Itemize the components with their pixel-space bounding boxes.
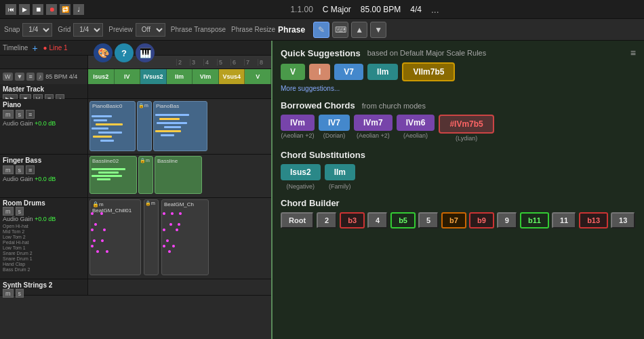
- qs-chip-V7[interactable]: V7: [334, 64, 363, 80]
- bass-mute-btn[interactable]: m: [3, 165, 14, 174]
- quick-suggestions-header: Quick Suggestions based on Default Major…: [281, 47, 636, 58]
- chord-cell-2[interactable]: IVsus2: [140, 69, 167, 84]
- stop-btn[interactable]: ⏹: [33, 4, 43, 15]
- drums-mute-btn[interactable]: m: [3, 207, 14, 216]
- ruler-mark-6: 6: [230, 59, 244, 66]
- chord-icon-w[interactable]: W: [3, 73, 13, 81]
- builder-2[interactable]: 2: [317, 212, 337, 228]
- bass-clip-1[interactable]: Bassline02: [89, 156, 137, 194]
- drums-track-header: Room Drums m s Audio Gain +0.0 dB Open H…: [0, 198, 88, 279]
- metronome-btn[interactable]: ♩: [73, 4, 84, 15]
- chord-icon-v[interactable]: ▼: [15, 73, 25, 81]
- chord-icon-e[interactable]: ≡: [26, 73, 34, 81]
- bc-wrap-IV7: IV7 (Dorian): [319, 115, 350, 142]
- record-btn[interactable]: ⏺: [46, 4, 57, 15]
- bc-sub-IVm: (Aeolian +2): [281, 132, 315, 139]
- play-btn[interactable]: ▶: [19, 4, 30, 15]
- bc-chip-IVm6[interactable]: IVm6: [397, 115, 435, 131]
- qs-chip-IIm[interactable]: IIm: [367, 64, 398, 80]
- chord-icon-note[interactable]: ♪: [37, 73, 44, 81]
- chord-track: W ▼ ≡ ♪ 85 BPM 4/4 Isus2 IV IVsus2 IIm V…: [0, 69, 271, 84]
- drums-solo-btn[interactable]: s: [16, 207, 24, 216]
- piano-clip-1[interactable]: PianoBasic0: [89, 101, 136, 151]
- piano-clip-3[interactable]: PianoBas: [153, 101, 207, 151]
- synth-mute-btn[interactable]: m: [3, 289, 14, 298]
- builder-5[interactable]: 5: [418, 212, 439, 228]
- snap-select[interactable]: 1/41/81/2: [22, 23, 52, 37]
- master-track-header: Master Track ▶▶ ▼ V ≡ ♪: [0, 84, 88, 98]
- synth-track-content[interactable]: [88, 279, 271, 295]
- bc-chip-IV7[interactable]: IV7: [319, 115, 350, 131]
- builder-4[interactable]: 4: [367, 212, 388, 228]
- loop-btn[interactable]: 🔁: [60, 4, 71, 15]
- grid-group: Grid 1/41/8: [58, 23, 103, 37]
- more-suggestions-link[interactable]: More suggestions...: [281, 85, 340, 92]
- borrowed-chords-section: Borrowed Chords from church modes IVm (A…: [281, 100, 636, 142]
- chord-cell-1[interactable]: IV: [115, 69, 141, 84]
- up-btn[interactable]: ▲: [351, 22, 367, 38]
- chord-cell-3[interactable]: IIm: [167, 69, 193, 84]
- synth-track-name: Synth Strings 2: [3, 281, 85, 289]
- piano-clip-2[interactable]: 🔒m: [137, 101, 152, 151]
- bass-clip-lock[interactable]: 🔒m: [138, 156, 153, 194]
- quick-suggestions-menu-btn[interactable]: ≡: [630, 47, 636, 58]
- drums-clip-1[interactable]: 🔒m BeatGM_Chill01: [89, 199, 141, 275]
- snap-label: Snap: [4, 26, 20, 33]
- drum-label-low-tom1: Low Tom 1: [3, 245, 85, 250]
- phrase-resize-label: Phrase Resize: [231, 26, 275, 33]
- qs-chip-I[interactable]: I: [309, 64, 330, 80]
- chord-cell-6[interactable]: V: [245, 69, 271, 84]
- bc-chip-sharpIVm7b5[interactable]: #IVm7b5: [439, 115, 494, 134]
- bc-chip-IVm7[interactable]: IVm7: [354, 115, 393, 131]
- rewind-btn[interactable]: ⏮: [5, 4, 16, 15]
- bass-menu-btn[interactable]: ≡: [26, 165, 35, 174]
- piano-mute-btn[interactable]: m: [3, 110, 14, 119]
- qs-chip-VIIm7b5[interactable]: VIIm7b5: [402, 62, 455, 81]
- builder-b13[interactable]: b13: [579, 212, 608, 228]
- bc-sub-IVm6: (Aeolian): [403, 132, 428, 139]
- piano-menu-btn[interactable]: ≡: [26, 110, 35, 119]
- cs-chip-Isus2[interactable]: Isus2: [281, 164, 321, 180]
- bass-track-controls: m s ≡: [3, 165, 85, 174]
- chord-cell-5[interactable]: Vsus4: [219, 69, 245, 84]
- bass-track-content[interactable]: Bassline02 🔒m Bassline: [88, 155, 271, 195]
- drums-clip-2[interactable]: BeatGM_Ch: [161, 199, 209, 275]
- builder-13[interactable]: 13: [611, 212, 635, 228]
- help-overlay-btn[interactable]: ?: [115, 43, 134, 62]
- builder-b9[interactable]: b9: [469, 212, 494, 228]
- qs-chip-V[interactable]: V: [281, 64, 305, 80]
- builder-9[interactable]: 9: [497, 212, 517, 228]
- piano-solo-btn[interactable]: s: [16, 110, 24, 119]
- drums-track-content[interactable]: 🔒m BeatGM_Chill01: [88, 198, 271, 277]
- chord-cell-0[interactable]: Isus2: [88, 69, 115, 84]
- cs-wrap-IIm: IIm (Family): [325, 164, 355, 190]
- grid-select[interactable]: 1/41/8: [73, 23, 103, 37]
- timeline-add-btn[interactable]: +: [32, 43, 37, 54]
- drums-clip-lock[interactable]: 🔒m: [144, 199, 159, 275]
- piano-track-content[interactable]: PianoBasic0 🔒m PianoBas: [88, 99, 271, 153]
- more-options-btn[interactable]: ...: [431, 4, 439, 15]
- ruler-mark-8: 8: [258, 59, 271, 66]
- piano-overlay-btn[interactable]: 🎹: [136, 43, 155, 62]
- builder-11[interactable]: 11: [552, 212, 576, 228]
- drum-label-low-tom2: Low Tom 2: [3, 235, 85, 239]
- cs-chip-IIm[interactable]: IIm: [325, 164, 355, 180]
- preview-select[interactable]: OffOn: [136, 23, 165, 37]
- bpm-label: 85.00 BPM: [361, 5, 401, 14]
- builder-b11[interactable]: b11: [520, 212, 549, 228]
- builder-b7[interactable]: b7: [441, 212, 466, 228]
- keyboard-tool-btn[interactable]: ⌨: [332, 22, 348, 38]
- builder-b5[interactable]: b5: [390, 212, 416, 228]
- bass-solo-btn[interactable]: s: [16, 165, 24, 174]
- synth-solo-btn[interactable]: s: [16, 289, 24, 298]
- bass-clip-2[interactable]: Bassline: [155, 156, 202, 194]
- builder-b3[interactable]: b3: [340, 212, 365, 228]
- brush-tool-btn[interactable]: ✎: [313, 22, 329, 38]
- builder-root[interactable]: Root: [281, 212, 314, 228]
- chord-cell-4[interactable]: VIm: [193, 69, 219, 84]
- paint-overlay-btn[interactable]: 🎨: [94, 43, 113, 62]
- bc-chip-IVm[interactable]: IVm: [281, 115, 315, 131]
- down-btn[interactable]: ▼: [370, 22, 386, 38]
- ruler-mark-4: 4: [203, 59, 217, 66]
- ruler-mark-7: 7: [244, 59, 258, 66]
